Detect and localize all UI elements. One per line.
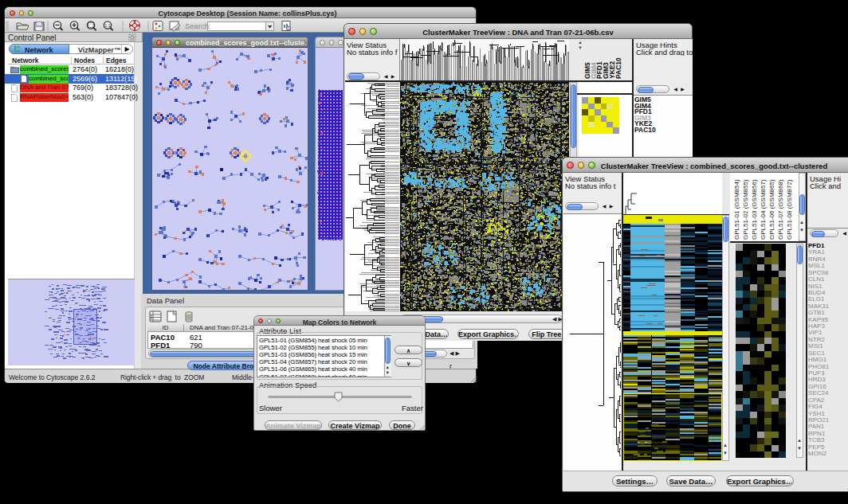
svg-text:1:1: 1:1: [105, 23, 111, 28]
